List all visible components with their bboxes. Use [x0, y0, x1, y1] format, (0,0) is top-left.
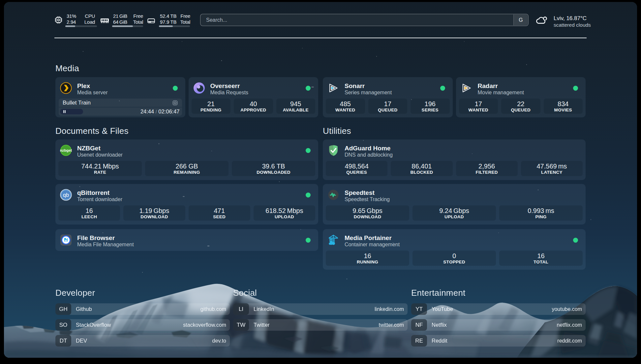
svg-text:nzbget: nzbget [60, 148, 72, 152]
svg-text:qb: qb [63, 192, 69, 198]
